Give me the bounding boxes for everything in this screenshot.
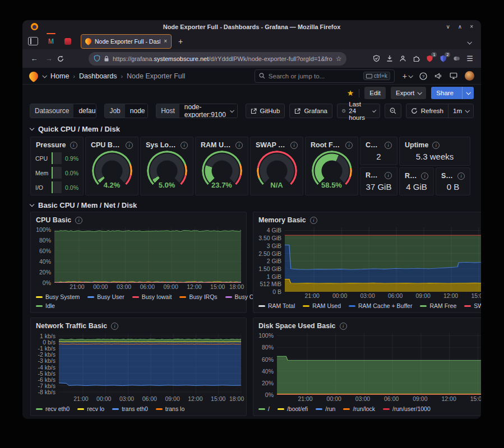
info-icon[interactable]: i	[310, 217, 317, 224]
plot-area[interactable]	[285, 227, 481, 292]
window-titlebar[interactable]: Node Exporter Full - Dashboards - Grafan…	[22, 20, 481, 33]
info-icon[interactable]: i	[181, 142, 188, 149]
info-icon[interactable]: i	[457, 172, 465, 180]
user-avatar[interactable]	[465, 71, 474, 81]
job-select[interactable]: node	[125, 104, 148, 118]
legend-swatch	[383, 408, 390, 410]
edit-button[interactable]: Edit	[364, 87, 386, 99]
legend-item-ram-used[interactable]: RAM Used	[303, 301, 341, 310]
legend-item-trans-lo[interactable]: trans lo	[156, 404, 184, 413]
legend-item-run[interactable]: /run	[316, 404, 335, 413]
legend-item-run-user-1000[interactable]: /run/user/1000	[383, 404, 431, 413]
grafana-link-button[interactable]: Grafana	[289, 104, 332, 118]
legend-item-busy-irqs[interactable]: Busy IRQs	[179, 292, 217, 301]
info-icon[interactable]: i	[290, 142, 298, 149]
legend-item-busy-system[interactable]: Busy System	[36, 292, 80, 301]
variable-host[interactable]: Host node-exporter:9100	[156, 104, 237, 118]
back-button[interactable]: ←	[28, 54, 40, 63]
gauge[interactable]: 23.7%	[202, 151, 242, 191]
display-icon[interactable]	[450, 72, 457, 80]
plot-area[interactable]	[59, 333, 241, 395]
list-tabs-chevron-icon[interactable]	[468, 36, 477, 46]
account-icon[interactable]	[399, 55, 406, 62]
zoom-out-button[interactable]	[385, 104, 401, 118]
info-icon[interactable]: i	[432, 142, 440, 149]
section-basic[interactable]: Basic CPU / Mem / Net / Disk	[30, 199, 473, 212]
news-megaphone-icon[interactable]	[434, 72, 442, 80]
url-text[interactable]: https://grafana.systemsobscure.net/d/rYd…	[113, 55, 332, 62]
legend-item-busy-user[interactable]: Busy User	[87, 292, 124, 301]
forward-button[interactable]: →	[43, 54, 55, 63]
favorite-star-icon[interactable]: ★	[347, 88, 354, 97]
grafana-logo-icon[interactable]	[27, 69, 40, 82]
gauge[interactable]: N/A	[257, 151, 297, 191]
org-switcher-chevron-icon[interactable]	[42, 73, 47, 78]
breadcrumb-dashboards[interactable]: Dashboards	[79, 72, 117, 80]
legend-item-boot-efi[interactable]: /boot/efi	[278, 404, 308, 413]
pinned-tab-app[interactable]	[61, 35, 75, 48]
grafana-app: Home › Dashboards › Node Exporter Full S…	[22, 68, 481, 419]
legend-item-busy-iowait[interactable]: Busy Iowait	[132, 292, 172, 301]
gauge[interactable]: 4.2%	[92, 151, 132, 191]
legend-item-ram-total[interactable]: RAM Total	[258, 301, 295, 310]
share-button[interactable]: Share	[431, 87, 474, 99]
breadcrumb-home[interactable]: Home	[50, 72, 69, 80]
pocket-shield-icon[interactable]	[373, 55, 380, 62]
legend-item-run-lock[interactable]: /run/lock	[343, 404, 375, 413]
info-icon[interactable]: i	[421, 172, 428, 180]
legend-item-recv-eth0[interactable]: recv eth0	[36, 404, 70, 413]
info-icon[interactable]: i	[70, 142, 77, 149]
time-range-picker[interactable]: Last 24 hours	[337, 104, 380, 118]
adblock-shield-icon[interactable]: 1	[426, 55, 433, 63]
reload-button[interactable]	[57, 55, 70, 62]
new-tab-button[interactable]: +	[174, 37, 187, 46]
search-input[interactable]: Search or jump to... ctrl+k	[255, 69, 395, 83]
info-icon[interactable]: i	[345, 142, 353, 149]
url-bar[interactable]: https://grafana.systemsobscure.net/d/rYd…	[89, 52, 346, 66]
add-new-button[interactable]: +	[403, 72, 412, 81]
info-icon[interactable]: i	[340, 323, 347, 330]
export-button[interactable]: Export	[391, 87, 426, 99]
tracking-shield-icon[interactable]	[94, 55, 100, 62]
legend-item-idle[interactable]: Idle	[36, 301, 55, 310]
legend-item-trans-eth0[interactable]: trans eth0	[112, 404, 148, 413]
share-dropdown-chevron-icon[interactable]	[462, 87, 474, 99]
active-tab[interactable]: Node Exporter Full - Dashbo ×	[81, 34, 172, 49]
minimize-icon[interactable]: ∨	[446, 20, 450, 33]
info-icon[interactable]: i	[126, 142, 133, 149]
menu-hamburger-icon[interactable]: ☰	[466, 54, 473, 63]
pinned-tab-gmail[interactable]: M	[44, 35, 58, 48]
downloads-icon[interactable]	[386, 55, 393, 62]
refresh-button[interactable]: Refresh 1m	[406, 104, 474, 118]
legend-item-[interactable]: /	[258, 404, 270, 413]
legend-item-ram-cache-buffer[interactable]: RAM Cache + Buffer	[349, 301, 412, 310]
maximize-icon[interactable]: ∧	[458, 20, 462, 33]
gauge[interactable]: 58.5%	[312, 151, 352, 191]
firefox-view-icon[interactable]	[28, 37, 38, 45]
bookmark-star-icon[interactable]: ☆	[336, 55, 342, 63]
close-icon[interactable]: ×	[470, 20, 473, 33]
legend-item-swap-used[interactable]: SWAP Used	[464, 301, 481, 310]
legend-item-recv-lo[interactable]: recv lo	[77, 404, 104, 413]
variable-job[interactable]: Job node	[104, 104, 148, 118]
help-icon[interactable]: ?	[419, 72, 427, 80]
extension-icon[interactable]	[453, 55, 460, 62]
tab-close-icon[interactable]: ×	[164, 38, 167, 44]
datasource-select[interactable]: default	[73, 104, 96, 118]
info-icon[interactable]: i	[385, 172, 392, 179]
host-select[interactable]: node-exporter:9100	[179, 104, 238, 118]
plot-area[interactable]	[277, 333, 481, 395]
info-icon[interactable]: i	[75, 217, 82, 224]
github-link-button[interactable]: GitHub	[246, 104, 285, 118]
legend-item-ram-free[interactable]: RAM Free	[420, 301, 456, 310]
section-quick[interactable]: Quick CPU / Mem / Disk	[30, 123, 473, 136]
refresh-interval-select[interactable]: 1m	[453, 108, 462, 114]
info-icon[interactable]: i	[111, 323, 118, 330]
gauge[interactable]: 5.0%	[147, 151, 187, 191]
info-icon[interactable]: i	[385, 142, 392, 149]
privacy-shield-icon[interactable]: 2	[440, 55, 447, 63]
info-icon[interactable]: i	[235, 142, 243, 149]
extensions-puzzle-icon[interactable]	[413, 55, 420, 62]
plot-area[interactable]	[54, 227, 241, 283]
variable-datasource[interactable]: Datasource default	[30, 104, 96, 118]
